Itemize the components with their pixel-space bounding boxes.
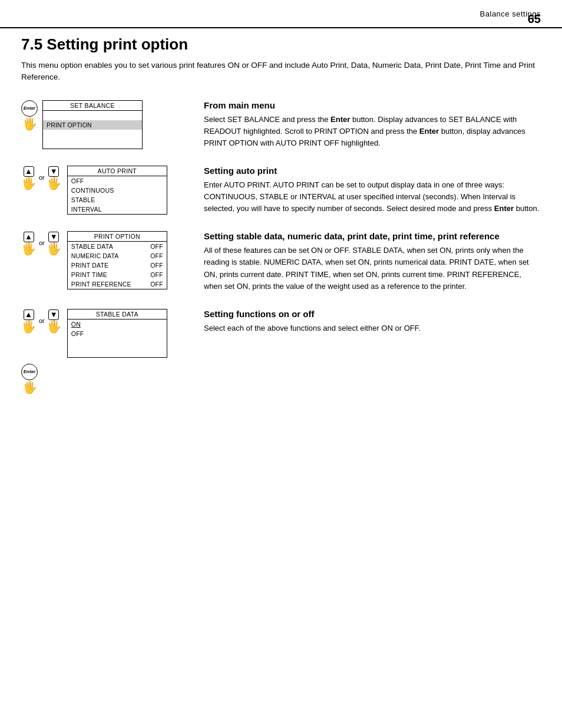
down-arrow-icon3: ▼	[48, 309, 59, 320]
display-row-interval: INTERVAL	[68, 205, 167, 214]
left-panel-stable-data: ▲ 🖐 or ▼ 🖐 STABLE DATA ON OF	[21, 309, 192, 393]
hand-icon-up2: 🖐	[21, 243, 36, 255]
block-print-option: ▲ 🖐 or ▼ 🖐 PRINT OPTION STABLE DATAOFF N…	[21, 231, 541, 292]
down-arrow-icon2: ▼	[48, 232, 59, 242]
display-header: SET BALANCE	[43, 101, 142, 111]
display-row-continuous: CONTINUOUS	[68, 186, 167, 195]
display-row-on: ON	[68, 319, 167, 329]
enter-icon-group2: Enter 🖐	[21, 364, 38, 393]
display-row-print-ref: PRINT REFERENCEOFF	[68, 279, 167, 289]
page-header: Balance settings 65	[0, 0, 562, 28]
hand-icon: 🖐	[22, 118, 37, 130]
heading-stable: Setting functions on or off	[204, 309, 541, 319]
up-arrow-group: ▲ 🖐	[21, 166, 36, 189]
hand-icon-enter2: 🖐	[22, 381, 37, 393]
display-header-print-option: PRINT OPTION	[68, 232, 167, 242]
up-arrow-icon3: ▲	[24, 309, 34, 320]
section-title: 7.5 Setting print option	[21, 35, 541, 54]
display-stable: STABLE DATA ON OFF	[67, 309, 167, 358]
display-row-stable: STABLE	[68, 195, 167, 205]
enter-icon-group: Enter 🖐	[21, 100, 38, 130]
bottom-enter-group: Enter 🖐	[21, 364, 167, 393]
display-row-empty1	[43, 111, 142, 120]
right-panel-auto-print: Setting auto print Enter AUTO PRINT. AUT…	[192, 166, 541, 215]
or-label3: or	[39, 317, 45, 324]
or-label: or	[39, 174, 45, 181]
down-arrow-icon: ▼	[48, 166, 59, 177]
intro-text: This menu option enables you to set vari…	[21, 60, 541, 84]
down-arrow-group2: ▼ 🖐	[47, 231, 61, 255]
heading-main-menu: From main menu	[204, 100, 541, 110]
display-header-auto-print: AUTO PRINT	[68, 166, 167, 176]
block-main-menu: Enter 🖐 SET BALANCE PRINT OPTION From ma…	[21, 100, 541, 149]
up-arrow-icon: ▲	[24, 166, 34, 177]
display-header-stable: STABLE DATA	[68, 309, 167, 319]
desc-auto-print: Enter AUTO PRINT. AUTO PRINT can be set …	[204, 179, 541, 215]
heading-auto-print: Setting auto print	[204, 166, 541, 176]
display-row-numeric-data: NUMERIC DATAOFF	[68, 251, 167, 261]
enter-label: Enter	[24, 106, 35, 111]
right-panel-stable: Setting functions on or off Select each …	[192, 309, 541, 334]
left-panel-print-option: ▲ 🖐 or ▼ 🖐 PRINT OPTION STABLE DATAOFF N…	[21, 231, 192, 289]
enter-circle2: Enter	[21, 364, 38, 380]
arrow-group-stable: ▲ 🖐 or ▼ 🖐	[21, 309, 62, 332]
arrow-group-auto-print: ▲ 🖐 or ▼ 🖐	[21, 166, 62, 189]
display-box-auto-print: AUTO PRINT OFF CONTINUOUS STABLE INTERVA…	[67, 166, 167, 215]
display-row-stable-data: STABLE DATAOFF	[68, 242, 167, 251]
display-row-print-option: PRINT OPTION	[43, 120, 142, 130]
arrow-group-print-option: ▲ 🖐 or ▼ 🖐	[21, 231, 62, 255]
display-box-main-menu: SET BALANCE PRINT OPTION	[42, 100, 143, 149]
left-panel-auto-print: ▲ 🖐 or ▼ 🖐 AUTO PRINT OFF CONTINUOUS STA…	[21, 166, 192, 215]
desc-main-menu: Select SET BALANCE and press the Enter b…	[204, 114, 541, 149]
enter-circle: Enter	[21, 100, 38, 117]
display-row-empty5	[68, 348, 167, 357]
desc-stable: Select each of the above functions and s…	[204, 322, 541, 334]
left-panel-main-menu: Enter 🖐 SET BALANCE PRINT OPTION	[21, 100, 192, 149]
right-panel-print-option: Setting stable data, numeric data, print…	[192, 231, 541, 292]
up-arrow-group2: ▲ 🖐	[21, 231, 36, 255]
hand-icon-up3: 🖐	[21, 321, 36, 332]
block-stable-data: ▲ 🖐 or ▼ 🖐 STABLE DATA ON OF	[21, 309, 541, 393]
down-arrow-group3: ▼ 🖐	[47, 309, 61, 332]
right-panel-main-menu: From main menu Select SET BALANCE and pr…	[192, 100, 541, 149]
block-auto-print: ▲ 🖐 or ▼ 🖐 AUTO PRINT OFF CONTINUOUS STA…	[21, 166, 541, 215]
display-row-empty2	[43, 130, 142, 139]
display-row-off2: OFF	[68, 329, 167, 338]
display-main-menu: SET BALANCE PRINT OPTION	[42, 100, 143, 149]
hand-icon-up: 🖐	[21, 177, 36, 189]
up-arrow-group3: ▲ 🖐	[21, 309, 36, 332]
enter-label2: Enter	[24, 369, 35, 374]
desc-print-option: All of these features can be set ON or O…	[204, 245, 541, 292]
display-row-print-time: PRINT TIMEOFF	[68, 270, 167, 279]
display-box-print-option: PRINT OPTION STABLE DATAOFF NUMERIC DATA…	[67, 231, 167, 289]
or-label2: or	[39, 239, 45, 246]
display-row-empty4	[68, 338, 167, 348]
display-row-empty3	[43, 139, 142, 149]
heading-print-option: Setting stable data, numeric data, print…	[204, 231, 541, 241]
hand-icon-down3: 🖐	[47, 321, 61, 332]
hand-icon-down2: 🖐	[47, 243, 61, 255]
display-row-print-date: PRINT DATEOFF	[68, 261, 167, 270]
display-box-stable: STABLE DATA ON OFF	[67, 309, 167, 358]
main-content: 7.5 Setting print option This menu optio…	[21, 35, 541, 728]
page-number: 65	[528, 12, 541, 26]
down-arrow-group: ▼ 🖐	[47, 166, 61, 189]
display-auto-print: AUTO PRINT OFF CONTINUOUS STABLE INTERVA…	[67, 166, 167, 215]
display-row-off: OFF	[68, 176, 167, 186]
display-print-option: PRINT OPTION STABLE DATAOFF NUMERIC DATA…	[67, 231, 167, 289]
up-arrow-icon2: ▲	[24, 232, 34, 242]
hand-icon-down: 🖐	[47, 177, 61, 189]
